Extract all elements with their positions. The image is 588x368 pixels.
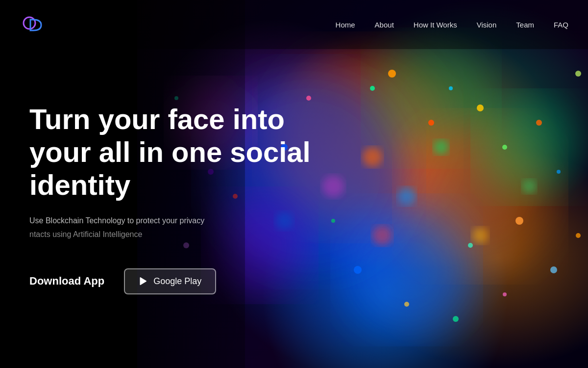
logo[interactable]	[20, 12, 44, 37]
hero-subtitle-1: Use Blockchain Technology to protect you…	[29, 216, 225, 225]
nav-how-it-works[interactable]: How It Works	[414, 21, 457, 29]
hero-content: Turn your face into your all in one soci…	[0, 0, 588, 368]
cta-row: Download App Google Play	[29, 268, 588, 294]
google-play-button[interactable]: Google Play	[124, 268, 216, 294]
play-store-icon	[139, 276, 148, 286]
hero-title: Turn your face into your all in one soci…	[29, 103, 323, 201]
nav-team[interactable]: Team	[516, 21, 534, 29]
nav: Home About How It Works Vision Team FAQ	[336, 21, 568, 29]
nav-home[interactable]: Home	[336, 21, 355, 29]
hero-subtitle-2: ntacts using Artificial Intelligence	[29, 230, 250, 239]
google-play-label: Google Play	[153, 276, 201, 287]
nav-faq[interactable]: FAQ	[554, 21, 568, 29]
header: Home About How It Works Vision Team FAQ	[0, 0, 588, 49]
nav-about[interactable]: About	[375, 21, 394, 29]
download-label: Download App	[29, 275, 104, 288]
logo-icon	[20, 12, 44, 37]
nav-vision[interactable]: Vision	[477, 21, 497, 29]
